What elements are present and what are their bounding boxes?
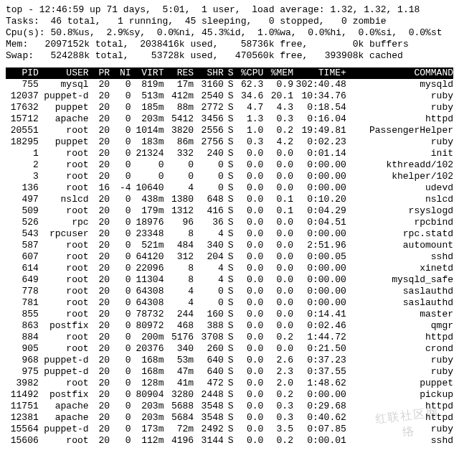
cell-time: 2:51.96 <box>293 240 346 251</box>
table-row[interactable]: 614root2002209684S0.00.00:00.00xinetd <box>6 263 453 274</box>
cell-mem: 20.1 <box>263 90 293 102</box>
table-row[interactable]: 12381apache200203m56843548S0.00.30:40.62… <box>6 412 453 424</box>
table-row[interactable]: 11492postfix2008090432802448S0.00.20:00.… <box>6 389 453 401</box>
cell-cmd: automount <box>346 240 453 251</box>
cell-pr: 20 <box>89 251 110 263</box>
cell-pid: 15606 <box>6 435 39 447</box>
col-pid[interactable]: PID <box>6 67 39 79</box>
col-res[interactable]: RES <box>164 67 194 79</box>
table-row[interactable]: 2root200000S0.00.00:00.00kthreadd/102 <box>6 159 453 171</box>
cell-cmd: sshd <box>346 251 453 263</box>
cell-mem: 0.2 <box>263 332 293 343</box>
cell-user: apache <box>39 113 89 125</box>
cell-ni: 0 <box>110 90 131 102</box>
cell-cpu: 0.0 <box>234 401 264 412</box>
cell-pr: 20 <box>89 343 110 355</box>
cell-cmd: ruby <box>346 90 453 102</box>
cell-shr: 204 <box>194 251 224 263</box>
col-pr[interactable]: PR <box>89 67 110 79</box>
table-row[interactable]: 863postfix20080972468388S0.00.00:02.46qm… <box>6 320 453 332</box>
table-row[interactable]: 497nslcd200438m1380648S0.00.10:10.20nslc… <box>6 194 453 205</box>
cell-s: S <box>224 435 234 447</box>
table-row[interactable]: 15564puppet-d200173m72m2492S0.03.50:07.8… <box>6 424 453 435</box>
table-row[interactable]: 12037puppet-d200513m412m2540S34.620.110:… <box>6 90 453 102</box>
cell-user: root <box>39 251 89 263</box>
table-row[interactable]: 3root200000S0.00.00:00.00khelper/102 <box>6 171 453 182</box>
col-user[interactable]: USER <box>39 67 89 79</box>
cell-cpu: 0.0 <box>234 378 264 389</box>
cell-cpu: 0.0 <box>234 263 264 274</box>
col-virt[interactable]: VIRT <box>131 67 164 79</box>
table-row[interactable]: 778root2006430840S0.00.00:00.00saslauthd <box>6 286 453 297</box>
table-row[interactable]: 526rpc200189769636S0.00.00:04.51rpcbind <box>6 217 453 228</box>
cell-virt: 21324 <box>131 148 164 159</box>
cell-res: 312 <box>164 251 194 263</box>
cell-shr: 2448 <box>194 389 224 401</box>
cell-s: S <box>224 102 234 113</box>
col-cmd[interactable]: COMMAND <box>346 67 453 79</box>
cell-ni: 0 <box>110 309 131 320</box>
table-row[interactable]: 905root20020376340260S0.00.00:21.50crond <box>6 343 453 355</box>
table-row[interactable]: 649root2001130484S0.00.00:00.00mysqld_sa… <box>6 274 453 286</box>
cell-virt: 168m <box>131 366 164 378</box>
table-row[interactable]: 15606root200112m41963144S0.00.20:00.01ss… <box>6 435 453 447</box>
cell-cpu: 0.0 <box>234 148 264 159</box>
cell-pid: 905 <box>6 343 39 355</box>
cell-mem: 2.6 <box>263 355 293 366</box>
cell-user: root <box>39 332 89 343</box>
cell-time: 0:16.04 <box>293 113 346 125</box>
cell-time: 0:00.00 <box>293 228 346 240</box>
cell-shr: 416 <box>194 205 224 217</box>
table-row[interactable]: 15712apache200203m54123456S1.30.30:16.04… <box>6 113 453 125</box>
table-row[interactable]: 1root20021324332240S0.00.00:01.14init <box>6 148 453 159</box>
cell-user: mysql <box>39 79 89 90</box>
cell-cmd: khelper/102 <box>346 171 453 182</box>
table-row[interactable]: 136root16-41064040S0.00.00:00.00udevd <box>6 182 453 194</box>
col-mem[interactable]: %MEM <box>263 67 293 79</box>
cell-mem: 0.9 <box>263 79 293 90</box>
table-row[interactable]: 587root200521m484340S0.00.02:51.96automo… <box>6 240 453 251</box>
col-s[interactable]: S <box>224 67 234 79</box>
cell-pr: 20 <box>89 332 110 343</box>
cell-time: 0:00.00 <box>293 297 346 309</box>
table-row[interactable]: 17632puppet200185m88m2772S4.74.30:18.54r… <box>6 102 453 113</box>
table-row[interactable]: 18295puppet200183m86m2756S0.34.20:02.23r… <box>6 136 453 148</box>
col-ni[interactable]: NI <box>110 67 131 79</box>
table-row[interactable]: 855root20078732244160S0.00.00:14.41maste… <box>6 309 453 320</box>
table-row[interactable]: 884root200200m51763708S0.00.21:44.72http… <box>6 332 453 343</box>
cell-pid: 781 <box>6 297 39 309</box>
cell-cpu: 0.3 <box>234 136 264 148</box>
col-shr[interactable]: SHR <box>194 67 224 79</box>
cell-pr: 20 <box>89 136 110 148</box>
cell-user: root <box>39 182 89 194</box>
table-row[interactable]: 11751apache200203m56883548S0.00.30:29.68… <box>6 401 453 412</box>
table-row[interactable]: 509root200179m1312416S0.00.10:04.29rsysl… <box>6 205 453 217</box>
cell-user: root <box>39 435 89 447</box>
cell-time: 0:00.00 <box>293 159 346 171</box>
cell-time: 0:18.54 <box>293 102 346 113</box>
cell-virt: 11304 <box>131 274 164 286</box>
cell-virt: 183m <box>131 136 164 148</box>
table-row[interactable]: 607root20064120312204S0.00.00:00.05sshd <box>6 251 453 263</box>
cell-pid: 2 <box>6 159 39 171</box>
cell-s: S <box>224 366 234 378</box>
cell-cmd: master <box>346 309 453 320</box>
cell-ni: 0 <box>110 320 131 332</box>
cell-cpu: 0.0 <box>234 159 264 171</box>
cell-cpu: 0.0 <box>234 412 264 424</box>
table-row[interactable]: 975puppet-d200168m47m640S0.02.30:37.55ru… <box>6 366 453 378</box>
table-row[interactable]: 968puppet-d200168m53m640S0.02.60:37.23ru… <box>6 355 453 366</box>
table-row[interactable]: 781root2006430840S0.00.00:00.00saslauthd <box>6 297 453 309</box>
cell-res: 17m <box>164 79 194 90</box>
cell-virt: 64308 <box>131 297 164 309</box>
col-cpu[interactable]: %CPU <box>234 67 264 79</box>
cell-cmd: rpcbind <box>346 217 453 228</box>
table-row[interactable]: 3982root200128m41m472S0.02.01:48.62puppe… <box>6 378 453 389</box>
col-time[interactable]: TIME+ <box>293 67 346 79</box>
cell-cpu: 1.0 <box>234 125 264 136</box>
table-row[interactable]: 543rpcuser2002334884S0.00.00:00.00rpc.st… <box>6 228 453 240</box>
table-row[interactable]: 20551root2001014m38202556S1.00.219:49.81… <box>6 125 453 136</box>
cell-mem: 0.3 <box>263 113 293 125</box>
table-row[interactable]: 755mysql200819m17m3160S62.30.9302:40.48m… <box>6 79 453 90</box>
cell-virt: 203m <box>131 412 164 424</box>
